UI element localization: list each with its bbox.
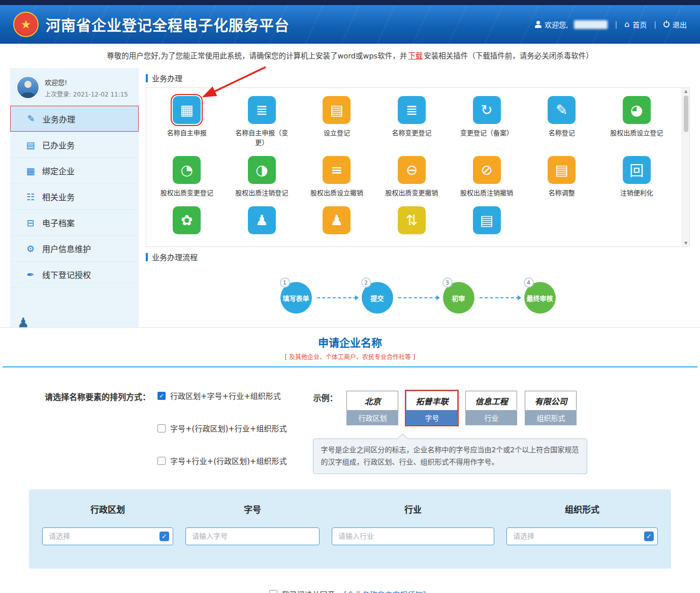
option-row: 字号+(行政区划)+行业+组织形式 [157, 423, 287, 433]
service-icon[interactable]: ≣ [248, 96, 276, 124]
service-item[interactable]: ◑ 股权出质注销登记 [225, 156, 300, 198]
service-item[interactable]: ▤ 设立登记 [299, 96, 374, 148]
option-row: 行政区划+字号+行业+组织形式 [157, 390, 287, 401]
sidebar-item-related-business[interactable]: ☷ 相关业务 [10, 183, 139, 209]
service-icon[interactable]: 回 [623, 156, 651, 184]
service-label: 名称登记 [549, 129, 575, 138]
service-icon[interactable]: ≡ [323, 156, 351, 184]
scrollbar-thumb[interactable] [684, 96, 688, 132]
service-item[interactable]: ↻ 变更登记（备案） [449, 96, 524, 148]
arrangement-checkbox[interactable] [157, 392, 166, 400]
list-icon: ☷ [25, 192, 36, 202]
flow-step-label: 提交 [370, 293, 384, 303]
arrangement-checkbox[interactable] [157, 457, 166, 465]
flow-step-final-review: 4 最终审核 [524, 282, 556, 314]
sidebar-item-user-info-maintenance[interactable]: ⚙ 用户信息维护 [10, 235, 139, 261]
region-select[interactable] [42, 527, 173, 545]
service-icon[interactable]: ✿ [173, 206, 201, 234]
sidebar-item-completed-business[interactable]: ▤ 已办业务 [10, 132, 139, 158]
section-bar [146, 74, 148, 82]
service-item[interactable]: ≡ 股权出质设立撤销 [299, 156, 374, 198]
scroll-down-icon[interactable]: ▼ [684, 240, 687, 246]
scroll-up-icon[interactable]: ▲ [684, 88, 687, 95]
folder-icon: ⊟ [25, 217, 36, 228]
service-icon[interactable]: ✎ [548, 96, 576, 124]
service-label: 股权出质变更撤销 [385, 189, 438, 198]
service-label: 注销便利化 [620, 189, 653, 198]
service-icon[interactable]: ↻ [473, 96, 501, 124]
field-region: 行政区划 [42, 503, 173, 545]
orgform-select[interactable] [506, 527, 658, 545]
sidebar-item-label: 相关业务 [42, 191, 75, 203]
service-icon[interactable]: ▤ [548, 156, 576, 184]
service-item[interactable]: ✎ 名称登记 [524, 96, 599, 148]
sidebar-menu: ✎ 业务办理 ▤ 已办业务 ▦ 绑定企业 ☷ 相关业务 ⊟ 电子档案 ⚙ 用户信… [10, 106, 139, 288]
arrangement-form: 请选择名称要素的排列方式： 行政区划+字号+行业+组织形式 字号+(行政区划)+… [45, 390, 685, 474]
section-title-services: 业务办理 [146, 73, 690, 83]
agree-notice-link[interactable]: 《企业名称自主申报须知》 [339, 589, 431, 593]
home-link[interactable]: ⌂ 首页 [624, 19, 647, 29]
services-grid: ▦ 名称自主申报 ≣ 名称自主申报（变更） ▤ 设立登记 ≣ 名称变更登记 ↻ [149, 96, 674, 244]
sidebar-item-offline-registration-auth[interactable]: ✒ 线下登记授权 [10, 261, 139, 287]
tradename-input[interactable] [185, 527, 320, 545]
service-icon[interactable]: ♟ [248, 206, 276, 234]
service-icon[interactable]: ◕ [623, 96, 651, 124]
example-box-tradename[interactable]: 拓普丰联 字号 [405, 390, 459, 426]
option-label: 行政区划+字号+行业+组织形式 [170, 390, 281, 401]
sidebar-item-bound-enterprises[interactable]: ▦ 绑定企业 [10, 158, 139, 183]
option-label: 字号+(行政区划)+行业+组织形式 [170, 423, 287, 433]
service-item[interactable]: ✿ [149, 206, 225, 244]
arrange-label: 请选择名称要素的排列方式： [45, 390, 150, 402]
service-icon[interactable]: ◑ [248, 156, 276, 184]
industry-input[interactable] [332, 527, 494, 545]
service-icon[interactable]: ⊖ [398, 156, 426, 184]
service-item[interactable]: ◔ 股权出质变更登记 [149, 156, 225, 198]
service-label: 股权出质设立撤销 [310, 189, 363, 198]
service-item[interactable]: ♟ [225, 206, 300, 244]
building-icon: ▦ [25, 166, 36, 176]
gear-icon: ⚙ [25, 243, 36, 254]
panel-scrollbar[interactable]: ▲ ▼ [682, 88, 689, 246]
service-icon[interactable]: ⇅ [398, 206, 426, 234]
service-item[interactable]: 回 注销便利化 [599, 156, 674, 198]
agree-checkbox[interactable] [269, 590, 277, 593]
sidebar-item-electronic-archives[interactable]: ⊟ 电子档案 [10, 209, 139, 235]
notice-text: 安装相关插件（下载插件前，请务必关闭杀毒软件） [424, 50, 593, 60]
service-icon[interactable]: ▤ [473, 206, 501, 234]
service-item[interactable]: ▤ 名称调整 [524, 156, 599, 198]
sidebar-welcome: 欢迎您! [45, 77, 128, 87]
logout-link[interactable]: 退出 [663, 19, 687, 29]
service-item[interactable]: ⊘ 股权出质注销撤销 [449, 156, 524, 198]
service-item[interactable]: ≣ 名称自主申报（变更） [225, 96, 300, 148]
service-item[interactable]: ⇅ [374, 206, 450, 244]
service-icon[interactable]: ▤ [323, 96, 351, 124]
service-item[interactable]: ◕ 股权出质设立登记 [599, 96, 674, 148]
section-title-flow: 业务办理流程 [146, 252, 690, 262]
flow-connector-arrow [398, 297, 438, 298]
service-item[interactable]: ⊖ 股权出质变更撤销 [374, 156, 450, 198]
service-icon[interactable]: ▦ [173, 96, 201, 124]
example-category: 行政区划 [346, 410, 398, 425]
field-header: 组织形式 [506, 503, 658, 515]
service-icon[interactable]: ♟ [323, 206, 351, 234]
service-item[interactable]: ≣ 名称变更登记 [374, 96, 450, 148]
field-tradename: 字号 [185, 503, 320, 545]
header-separator: | [615, 20, 617, 28]
service-icon[interactable]: ≣ [398, 96, 426, 124]
service-item[interactable]: ▦ 名称自主申报 [149, 96, 225, 148]
sidebar-item-business-handling[interactable]: ✎ 业务办理 [10, 106, 139, 132]
download-link[interactable]: 下载 [408, 50, 423, 60]
service-icon[interactable]: ⊘ [473, 156, 501, 184]
example-box-region[interactable]: 北京 行政区划 [345, 390, 399, 426]
select-check-icon[interactable] [160, 532, 169, 541]
service-item[interactable]: ♟ [299, 206, 374, 244]
example-box-orgform[interactable]: 有限公司 组织形式 [524, 390, 578, 426]
example-box-industry[interactable]: 信息工程 行业 [464, 390, 518, 426]
pen-icon: ✎ [26, 113, 36, 124]
arrangement-checkbox[interactable] [157, 424, 166, 432]
flow-step-number: 1 [280, 277, 290, 288]
select-check-icon[interactable] [644, 532, 654, 541]
service-icon[interactable]: ◔ [173, 156, 201, 184]
service-item[interactable]: ▤ [449, 206, 524, 244]
welcome-text: 欢迎您, [545, 19, 568, 29]
